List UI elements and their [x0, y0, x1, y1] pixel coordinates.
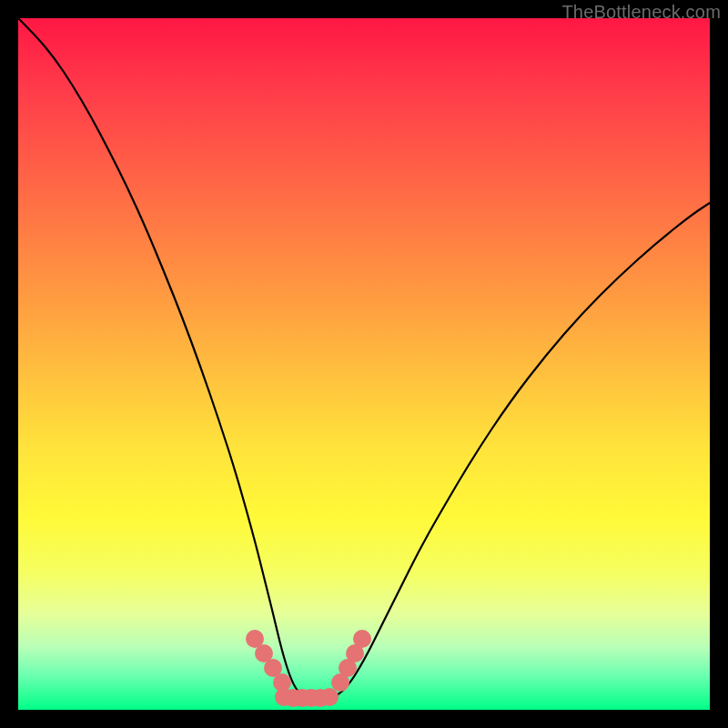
marker-right-dot: [353, 630, 371, 648]
frame: TheBottleneck.com: [0, 0, 728, 728]
bottleneck-curve: [18, 18, 710, 701]
trough-markers: [246, 630, 371, 707]
plot-area: [18, 18, 710, 710]
chart-svg: [18, 18, 710, 710]
marker-bottom-dot: [320, 688, 339, 706]
